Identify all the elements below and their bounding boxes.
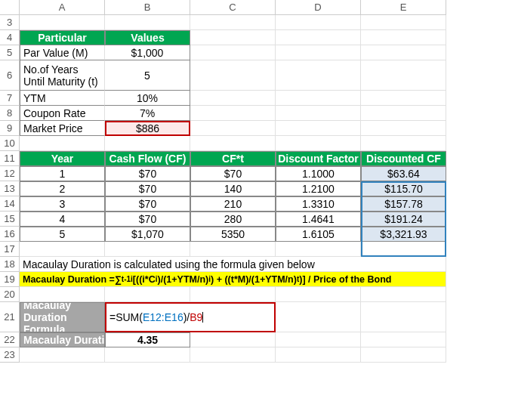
cell[interactable] — [276, 45, 361, 60]
cell[interactable] — [276, 121, 361, 136]
cell[interactable] — [276, 302, 361, 332]
header-year[interactable]: Year — [20, 151, 105, 166]
cell-dcf[interactable]: $63.64 — [361, 166, 446, 181]
cell[interactable] — [276, 136, 361, 151]
cell[interactable] — [276, 106, 361, 121]
row-header[interactable]: 11 — [0, 151, 20, 166]
row-header[interactable]: 16 — [0, 227, 20, 242]
cell-cft[interactable]: 280 — [190, 212, 276, 227]
cell-dcf[interactable]: $157.78 — [361, 196, 446, 212]
cell[interactable] — [20, 287, 105, 302]
value-ytm[interactable]: 10% — [105, 91, 190, 106]
cell-year[interactable]: 4 — [20, 212, 105, 227]
header-cashflow[interactable]: Cash Flow (CF) — [105, 151, 190, 166]
label-coupon[interactable]: Coupon Rate — [20, 106, 105, 121]
col-header-E[interactable]: E — [361, 0, 446, 15]
cell[interactable] — [361, 332, 446, 347]
header-discounted-cf[interactable]: Discounted CF — [361, 151, 446, 166]
cell[interactable] — [190, 30, 276, 45]
cell[interactable] — [105, 287, 190, 302]
cell[interactable] — [190, 45, 276, 60]
cell-dcf[interactable]: $3,321.93 — [361, 227, 446, 242]
cell[interactable] — [190, 347, 276, 363]
cell[interactable] — [190, 136, 276, 151]
col-header-B[interactable]: B — [105, 0, 190, 15]
cell-cf[interactable]: $70 — [105, 166, 190, 181]
row-header[interactable]: 9 — [0, 121, 20, 136]
cell-dcf[interactable]: $115.70 — [361, 181, 446, 196]
cell[interactable] — [276, 60, 361, 91]
cell[interactable] — [361, 302, 446, 332]
cell[interactable] — [276, 287, 361, 302]
cell[interactable] — [20, 242, 105, 257]
value-par-value[interactable]: $1,000 — [105, 45, 190, 60]
cell[interactable] — [361, 347, 446, 363]
cell-df[interactable]: 1.2100 — [276, 181, 361, 196]
cell-cf[interactable]: $70 — [105, 196, 190, 212]
header-cft[interactable]: CF*t — [190, 151, 276, 166]
cell[interactable] — [276, 30, 361, 45]
cell-cf[interactable]: $70 — [105, 181, 190, 196]
cell-df[interactable]: 1.1000 — [276, 166, 361, 181]
row-header[interactable]: 5 — [0, 45, 20, 60]
cell-dcf[interactable]: $191.24 — [361, 212, 446, 227]
col-header-C[interactable]: C — [190, 0, 276, 15]
row-header[interactable]: 17 — [0, 242, 20, 257]
row-header[interactable]: 8 — [0, 106, 20, 121]
row-header[interactable]: 20 — [0, 287, 20, 302]
cell[interactable] — [190, 106, 276, 121]
row-header[interactable]: 23 — [0, 347, 20, 363]
row-header[interactable]: 7 — [0, 91, 20, 106]
row-header[interactable]: 12 — [0, 166, 20, 181]
note-text[interactable]: Macaulay Duration is calculated using th… — [20, 257, 446, 272]
cell-cft[interactable]: 210 — [190, 196, 276, 212]
cell-year[interactable]: 5 — [20, 227, 105, 242]
col-header-D[interactable]: D — [276, 0, 361, 15]
row-header[interactable]: 21 — [0, 302, 20, 332]
cell-cft[interactable]: $70 — [190, 166, 276, 181]
cell[interactable] — [276, 332, 361, 347]
cell-year[interactable]: 3 — [20, 196, 105, 212]
value-macaulay-duration[interactable]: 4.35 — [105, 332, 190, 347]
col-header-A[interactable]: A — [20, 0, 105, 15]
row-header[interactable]: 15 — [0, 212, 20, 227]
cell[interactable] — [105, 347, 190, 363]
cell[interactable] — [276, 242, 361, 257]
cell-year[interactable]: 1 — [20, 166, 105, 181]
cell[interactable] — [190, 91, 276, 106]
row-header[interactable]: 3 — [0, 15, 20, 30]
cell-cft[interactable]: 140 — [190, 181, 276, 196]
cell[interactable] — [276, 15, 361, 30]
cell-cf[interactable]: $1,070 — [105, 227, 190, 242]
value-coupon[interactable]: 7% — [105, 106, 190, 121]
cell[interactable] — [361, 242, 446, 257]
cell[interactable] — [361, 106, 446, 121]
cell[interactable] — [361, 287, 446, 302]
value-years[interactable]: 5 — [105, 60, 190, 91]
cell[interactable] — [361, 91, 446, 106]
row-header[interactable]: 13 — [0, 181, 20, 196]
cell[interactable] — [361, 30, 446, 45]
cell[interactable] — [276, 91, 361, 106]
row-header[interactable]: 10 — [0, 136, 20, 151]
row-header[interactable]: 22 — [0, 332, 20, 347]
cell[interactable] — [105, 242, 190, 257]
cell-df[interactable]: 1.4641 — [276, 212, 361, 227]
header-values[interactable]: Values — [105, 30, 190, 45]
cell[interactable] — [190, 242, 276, 257]
cell[interactable] — [361, 15, 446, 30]
row-header[interactable]: 4 — [0, 30, 20, 45]
label-market-price[interactable]: Market Price — [20, 121, 105, 136]
cell-year[interactable]: 2 — [20, 181, 105, 196]
cell-cft[interactable]: 5350 — [190, 227, 276, 242]
cell[interactable] — [105, 15, 190, 30]
value-market-price[interactable]: $886 — [105, 121, 190, 136]
formula-description[interactable]: Macaulay Duration = ∑t-1i [((i*Ci)/(1+YT… — [20, 272, 446, 287]
cell[interactable] — [361, 45, 446, 60]
row-header[interactable]: 18 — [0, 257, 20, 272]
cell[interactable] — [20, 347, 105, 363]
cell[interactable] — [190, 60, 276, 91]
cell[interactable] — [190, 121, 276, 136]
cell[interactable] — [276, 347, 361, 363]
row-header[interactable]: 19 — [0, 272, 20, 287]
